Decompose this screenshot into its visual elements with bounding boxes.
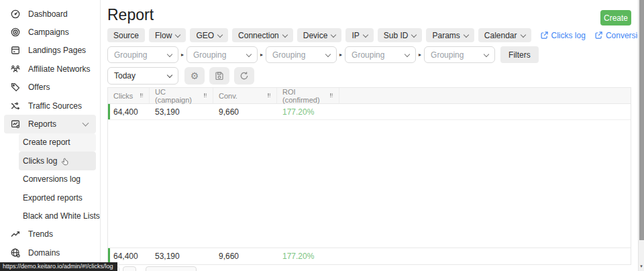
column-header-uc-campaign[interactable]: UC (campaign): [150, 88, 213, 103]
scrollbar-down-arrow-icon[interactable]: [639, 264, 644, 269]
toolbar-row: Today ⚙: [107, 67, 259, 85]
column-header-conv[interactable]: Conv.: [213, 88, 277, 103]
grouping-select-1[interactable]: Grouping: [107, 46, 178, 63]
drag-handle-icon[interactable]: [204, 93, 207, 98]
filter-chip-calendar[interactable]: Calendar: [478, 28, 531, 42]
summary-conv: 9,660: [213, 252, 277, 261]
reports-icon: [9, 119, 21, 130]
chevron-down-icon: [167, 51, 172, 56]
sidebar-item-offers[interactable]: Offers: [4, 78, 96, 97]
clicks-log-link[interactable]: Clicks log: [541, 31, 586, 40]
sidebar-item-dashboard[interactable]: Dashboard: [4, 5, 96, 23]
refresh-icon: [239, 71, 249, 80]
trends-icon: [9, 229, 21, 240]
conversions-log-link[interactable]: Conversions log: [595, 31, 644, 40]
table-summary-row: 64,400 53,190 9,660 177.20%: [108, 248, 631, 264]
summary-uc-campaign: 53,190: [150, 252, 213, 261]
table-header: Clicks UC (campaign) Conv. ROI (confirme…: [108, 88, 631, 104]
page-size-select[interactable]: [146, 266, 197, 271]
chevron-down-icon: [331, 32, 336, 37]
offers-icon: [9, 82, 21, 93]
sidebar-item-reports[interactable]: Reports: [4, 115, 96, 133]
drag-handle-icon[interactable]: [330, 93, 333, 98]
domains-icon: [9, 247, 21, 258]
sidebar-subitem-clicks-log[interactable]: Clicks log: [19, 152, 96, 170]
sidebar-item-domains[interactable]: Domains: [4, 243, 96, 262]
pagination-button[interactable]: [123, 266, 136, 271]
scrollbar-thumb[interactable]: [639, 0, 644, 240]
filter-chip-ip[interactable]: IP: [345, 28, 373, 42]
filter-chip-flow[interactable]: Flow: [149, 28, 186, 42]
chevron-down-icon: [520, 32, 525, 37]
chevron-down-icon: [405, 51, 410, 56]
grouping-row: Grouping Grouping Grouping Grouping Grou…: [107, 46, 539, 63]
chevron-down-icon: [484, 51, 489, 56]
create-button[interactable]: Create: [600, 10, 631, 25]
filter-chip-connection[interactable]: Connection: [232, 28, 293, 42]
table-row[interactable]: 64,400 53,190 9,660 177.20%: [108, 104, 631, 120]
affiliate-networks-icon: [9, 63, 21, 74]
chevron-down-icon: [175, 32, 180, 37]
traffic-sources-icon: [9, 100, 21, 111]
arrow-right-separator: [260, 52, 263, 58]
sidebar-item-traffic-sources[interactable]: Traffic Sources: [4, 97, 96, 115]
grouping-select-5[interactable]: Grouping: [424, 46, 495, 63]
sidebar-subitem-black-and-white-lists[interactable]: Black and White Lists: [19, 207, 96, 225]
drag-handle-icon[interactable]: [268, 93, 271, 98]
refresh-button[interactable]: [234, 67, 254, 85]
sidebar-item-affiliate-networks[interactable]: Affiliate Networks: [4, 60, 96, 78]
chevron-down-icon: [282, 32, 288, 37]
main-content: Report Create Source Flow GEO Connection…: [101, 0, 644, 271]
cell-conv: 9,660: [213, 107, 277, 117]
filter-chip-source[interactable]: Source: [107, 28, 145, 42]
status-bar-url: https://demo.keitaro.io/admin/#!/clicks/…: [0, 262, 117, 271]
chevron-down-icon: [83, 120, 89, 127]
campaigns-icon: [9, 27, 21, 38]
column-header-clicks[interactable]: Clicks: [108, 88, 150, 103]
chevron-down-icon: [217, 32, 223, 37]
filter-chips-row: Source Flow GEO Connection Device IP Sub…: [107, 28, 644, 42]
sidebar: Dashboard Campaigns Landings Pages Affil…: [0, 0, 101, 271]
filter-chip-device[interactable]: Device: [297, 28, 342, 42]
sidebar-item-landings-pages[interactable]: Landings Pages: [4, 42, 96, 60]
save-report-button[interactable]: [209, 67, 229, 85]
chevron-down-icon: [464, 32, 469, 37]
cell-roi-confirmed: 177.20%: [277, 107, 339, 117]
dashboard-icon: [9, 8, 21, 19]
date-range-select[interactable]: Today: [107, 67, 178, 85]
row-accent-bar: [108, 104, 110, 119]
chevron-down-icon: [167, 72, 172, 78]
chevron-down-icon: [246, 51, 252, 56]
hand-cursor-icon: [60, 157, 69, 166]
landings-pages-icon: [9, 45, 21, 56]
chevron-down-icon: [411, 32, 417, 37]
sidebar-subitem-create-report[interactable]: Create report: [19, 133, 96, 152]
drag-handle-icon[interactable]: [140, 93, 144, 98]
page-title: Report: [107, 6, 154, 24]
summary-roi-confirmed: 177.20%: [277, 252, 339, 261]
filter-chip-sub-id[interactable]: Sub ID: [378, 28, 423, 42]
settings-button[interactable]: ⚙: [184, 67, 205, 85]
external-link-icon: [595, 32, 602, 39]
chevron-down-icon: [363, 32, 368, 37]
filter-chip-params[interactable]: Params: [426, 28, 474, 42]
save-icon: [215, 71, 224, 80]
sidebar-subitem-conversions-log[interactable]: Conversions log: [19, 170, 96, 188]
vertical-scrollbar[interactable]: [638, 0, 644, 271]
filters-button[interactable]: Filters: [500, 46, 539, 63]
gear-icon: ⚙: [191, 71, 199, 80]
summary-clicks: 64,400: [108, 252, 150, 261]
filter-chip-geo[interactable]: GEO: [190, 28, 228, 42]
sidebar-item-trends[interactable]: Trends: [4, 225, 96, 243]
grouping-select-2[interactable]: Grouping: [186, 46, 258, 63]
grouping-select-3[interactable]: Grouping: [266, 46, 337, 63]
column-header-filler: [339, 88, 631, 103]
arrow-right-separator: [181, 52, 184, 58]
sidebar-subitem-exported-reports[interactable]: Exported reports: [19, 188, 96, 207]
report-table: Clicks UC (campaign) Conv. ROI (confirme…: [107, 87, 631, 265]
cell-uc-campaign: 53,190: [150, 107, 213, 117]
grouping-select-4[interactable]: Grouping: [345, 46, 416, 63]
sidebar-item-campaigns[interactable]: Campaigns: [4, 23, 96, 41]
arrow-right-separator: [419, 52, 421, 58]
column-header-roi-confirmed[interactable]: ROI (confirmed): [277, 88, 339, 103]
